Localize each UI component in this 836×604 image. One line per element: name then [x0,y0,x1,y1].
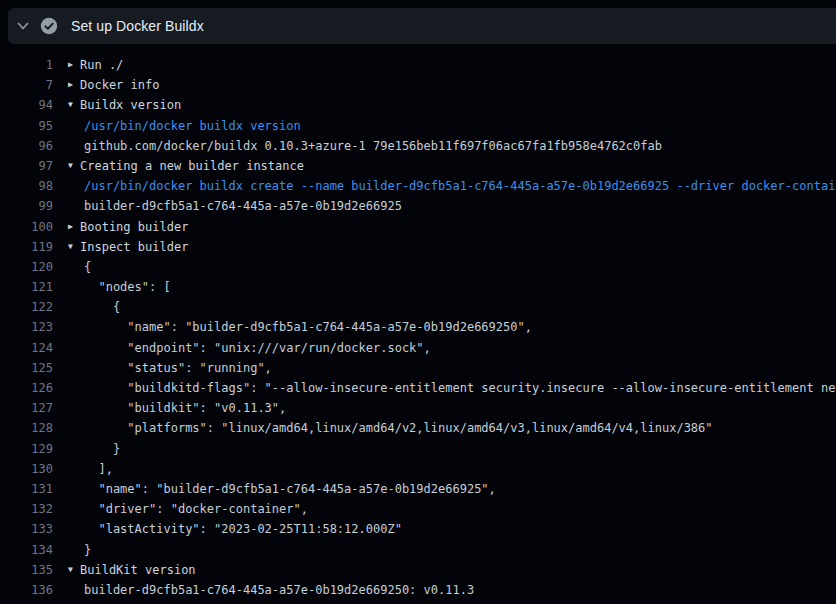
group-title: Creating a new builder instance [80,156,304,176]
output-text: "lastActivity": "2023-02-25T11:58:12.000… [53,519,402,539]
output-text: { [53,257,91,277]
line-number[interactable]: 1 [0,55,53,75]
log-group-line: 94▼Buildx version [0,95,836,115]
line-number[interactable]: 133 [0,519,53,539]
triangle-down-icon: ▼ [68,156,80,176]
log-group-line: 119▼Inspect builder [0,237,836,257]
log-line: 128 "platforms": "linux/amd64,linux/amd6… [0,418,836,438]
group-toggle[interactable]: ▼Buildx version [53,95,181,115]
output-text: } [53,439,120,459]
log-line: 124 "endpoint": "unix:///var/run/docker.… [0,338,836,358]
line-number[interactable]: 98 [0,176,53,196]
output-text: "nodes": [ [53,277,171,297]
log-line: 122 { [0,297,836,317]
triangle-right-icon: ▶ [68,75,80,95]
check-circle-icon [40,17,58,35]
log-group-line: 97▼Creating a new builder instance [0,156,836,176]
output-text: "driver": "docker-container", [53,499,308,519]
line-number[interactable]: 125 [0,358,53,378]
output-text: builder-d9cfb5a1-c764-445a-a57e-0b19d2e6… [53,580,474,600]
log-line: 123 "name": "builder-d9cfb5a1-c764-445a-… [0,317,836,337]
group-title: Docker info [80,75,159,95]
log-line: 96github.com/docker/buildx 0.10.3+azure-… [0,136,836,156]
output-text: "endpoint": "unix:///var/run/docker.sock… [53,338,431,358]
log-line: 121 "nodes": [ [0,277,836,297]
log-line: 130 ], [0,459,836,479]
group-title: Buildx version [80,95,181,115]
log-line: 126 "buildkitd-flags": "--allow-insecure… [0,378,836,398]
line-number[interactable]: 124 [0,338,53,358]
triangle-down-icon: ▼ [68,237,80,257]
output-text: "name": "builder-d9cfb5a1-c764-445a-a57e… [53,317,532,337]
group-toggle[interactable]: ▼BuildKit version [53,560,196,580]
log-line: 120{ [0,257,836,277]
line-number[interactable]: 97 [0,156,53,176]
line-number[interactable]: 126 [0,378,53,398]
line-number[interactable]: 95 [0,116,53,136]
log-line: 125 "status": "running", [0,358,836,378]
line-number[interactable]: 123 [0,317,53,337]
output-text: } [53,540,91,560]
output-text: "status": "running", [53,358,272,378]
output-text: "buildkit": "v0.11.3", [53,398,286,418]
triangle-down-icon: ▼ [68,95,80,115]
log-group-line: 7▶Docker info [0,75,836,95]
line-number[interactable]: 129 [0,439,53,459]
output-text: { [53,297,120,317]
log-group-line: 100▶Booting builder [0,217,836,237]
line-number[interactable]: 7 [0,75,53,95]
line-number[interactable]: 130 [0,459,53,479]
line-number[interactable]: 128 [0,418,53,438]
log-line: 99builder-d9cfb5a1-c764-445a-a57e-0b19d2… [0,196,836,216]
line-number[interactable]: 119 [0,237,53,257]
log-line: 133 "lastActivity": "2023-02-25T11:58:12… [0,519,836,539]
log-line: 98/usr/bin/docker buildx create --name b… [0,176,836,196]
log-line: 136builder-d9cfb5a1-c764-445a-a57e-0b19d… [0,580,836,600]
triangle-right-icon: ▶ [68,217,80,237]
line-number[interactable]: 131 [0,479,53,499]
triangle-right-icon: ▶ [68,55,80,75]
log-viewer: 1▶Run ./7▶Docker info94▼Buildx version95… [0,55,836,600]
line-number[interactable]: 122 [0,297,53,317]
step-title: Set up Docker Buildx [71,18,204,34]
log-group-line: 135▼BuildKit version [0,560,836,580]
output-text: "name": "builder-d9cfb5a1-c764-445a-a57e… [53,479,496,499]
group-toggle[interactable]: ▶Run ./ [53,55,123,75]
line-number[interactable]: 99 [0,196,53,216]
log-line: 132 "driver": "docker-container", [0,499,836,519]
group-toggle[interactable]: ▶Docker info [53,75,159,95]
line-number[interactable]: 127 [0,398,53,418]
chevron-down-icon[interactable] [15,18,31,34]
log-line: 131 "name": "builder-d9cfb5a1-c764-445a-… [0,479,836,499]
output-text: builder-d9cfb5a1-c764-445a-a57e-0b19d2e6… [53,196,402,216]
group-title: BuildKit version [80,560,196,580]
group-title: Inspect builder [80,237,188,257]
group-toggle[interactable]: ▼Creating a new builder instance [53,156,304,176]
log-line: 127 "buildkit": "v0.11.3", [0,398,836,418]
line-number[interactable]: 100 [0,217,53,237]
line-number[interactable]: 96 [0,136,53,156]
log-line: 134} [0,540,836,560]
line-number[interactable]: 121 [0,277,53,297]
group-toggle[interactable]: ▶Booting builder [53,217,188,237]
step-header[interactable]: Set up Docker Buildx [8,8,836,44]
log-group-line: 1▶Run ./ [0,55,836,75]
group-toggle[interactable]: ▼Inspect builder [53,237,188,257]
line-number[interactable]: 136 [0,580,53,600]
line-number[interactable]: 120 [0,257,53,277]
output-text: "buildkitd-flags": "--allow-insecure-ent… [53,378,836,398]
output-text: "platforms": "linux/amd64,linux/amd64/v2… [53,418,713,438]
command-text: /usr/bin/docker buildx version [53,116,301,136]
group-title: Run ./ [80,55,123,75]
log-line: 129 } [0,439,836,459]
triangle-down-icon: ▼ [68,560,80,580]
line-number[interactable]: 132 [0,499,53,519]
group-title: Booting builder [80,217,188,237]
log-line: 95/usr/bin/docker buildx version [0,116,836,136]
command-text: /usr/bin/docker buildx create --name bui… [53,176,836,196]
line-number[interactable]: 94 [0,95,53,115]
line-number[interactable]: 134 [0,540,53,560]
line-number[interactable]: 135 [0,560,53,580]
output-text: ], [53,459,113,479]
output-text: github.com/docker/buildx 0.10.3+azure-1 … [53,136,662,156]
